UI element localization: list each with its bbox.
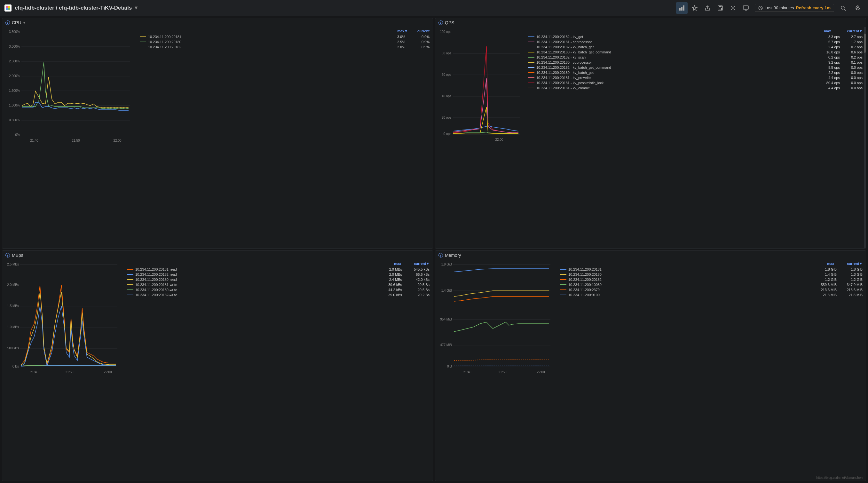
svg-text:0.500%: 0.500% <box>9 118 20 122</box>
memory-legend-label-4: 10.234.11.200:2379 <box>568 288 811 292</box>
qps-legend-current-4: 0.2 ops <box>842 55 863 59</box>
svg-text:500 kBs: 500 kBs <box>7 346 19 350</box>
qps-legend-item-3: 10.234.11.200:20180 - kv_batch_get_comma… <box>528 50 863 55</box>
svg-text:100 ops: 100 ops <box>440 30 451 34</box>
cpu-legend: max▼ current 10.234.11.200:20181 3.0% 0.… <box>136 27 433 248</box>
qps-legend-label-6: 10.234.11.200:20182 - kv_batch_get_comma… <box>536 66 817 69</box>
svg-point-15 <box>841 6 844 9</box>
memory-legend-label-0: 10.234.11.200:20181 <box>568 267 811 271</box>
refresh-icon-btn[interactable] <box>852 2 864 14</box>
svg-rect-11 <box>719 8 721 9</box>
mbps-chart: 2.5 MBs 2.0 MBs 1.5 MBs 1.0 MBs 500 kBs … <box>2 260 124 378</box>
qps-legend-color-0 <box>528 36 534 37</box>
memory-legend-color-2 <box>560 279 566 280</box>
time-range-picker[interactable]: Last 30 minutes Refresh every 1m <box>755 4 834 12</box>
svg-text:60 ops: 60 ops <box>442 73 451 77</box>
search-icon <box>840 5 846 11</box>
mbps-legend-max-1: 2.0 MBs <box>380 273 402 276</box>
memory-legend-item-5: 10.234.11.200:9100 21.8 MiB 21.8 MiB <box>560 292 863 298</box>
svg-text:1.5 MBs: 1.5 MBs <box>7 304 19 308</box>
share-icon-btn[interactable] <box>702 2 713 14</box>
qps-legend-color-9 <box>528 83 534 83</box>
qps-legend-label-10: 10.234.11.200:20181 - kv_commit <box>536 86 817 90</box>
memory-legend: max current▼ 10.234.11.200:20181 1.8 GiB… <box>557 260 866 481</box>
qps-legend-max-8: 4.4 ops <box>819 76 840 80</box>
svg-text:2.500%: 2.500% <box>9 60 20 63</box>
cpu-legend-item-2: 10.234.11.200:20182 2.0% 0.9% <box>140 44 430 50</box>
mbps-panel: i MBps 2.5 MBs 2.0 MBs 1.5 MBs 1.0 MBs 5… <box>2 250 433 481</box>
memory-legend-color-5 <box>560 295 566 295</box>
qps-scrollbar[interactable] <box>864 27 866 248</box>
save-icon-btn[interactable] <box>714 2 726 14</box>
memory-legend-header: max current▼ <box>560 262 863 266</box>
svg-text:0 ops: 0 ops <box>443 132 451 135</box>
cpu-legend-max-2: 2.0% <box>386 45 405 49</box>
svg-rect-2 <box>6 8 8 10</box>
memory-legend-label-3: 10.234.11.200:10080 <box>568 283 811 286</box>
monitor-icon-btn[interactable] <box>740 2 752 14</box>
qps-legend-max-0: 3.3 ops <box>819 35 840 39</box>
qps-legend-color-7 <box>528 72 534 73</box>
memory-legend-current-2: 1.2 GiB <box>839 278 863 281</box>
svg-text:1.4 GiB: 1.4 GiB <box>441 289 452 292</box>
svg-rect-3 <box>8 8 10 10</box>
mbps-legend-max-4: 44.2 kBs <box>380 288 402 292</box>
memory-legend-current-5: 21.8 MiB <box>839 293 863 297</box>
cpu-legend-color-1 <box>140 41 146 42</box>
svg-text:0 Bs: 0 Bs <box>12 365 19 368</box>
memory-info-icon: i <box>438 253 443 258</box>
svg-rect-13 <box>743 6 748 9</box>
memory-legend-current-3: 347.9 MiB <box>839 283 863 286</box>
cpu-legend-label-1: 10.234.11.200:20180 <box>148 40 384 44</box>
mbps-legend-current-0: 545.5 kBs <box>404 267 430 271</box>
qps-current-header: current▼ <box>847 29 863 33</box>
qps-legend-item-8: 10.234.11.200:20181 - kv_prewrite 4.4 op… <box>528 75 863 80</box>
qps-legend-item-2: 10.234.11.200:20182 - kv_batch_get 2.4 o… <box>528 44 863 50</box>
mbps-legend-header: max current▼ <box>127 262 430 266</box>
mbps-legend-label-4: 10.234.11.200:20180-write <box>135 288 378 292</box>
settings-icon-btn[interactable] <box>727 2 739 14</box>
qps-legend-label-9: 10.234.11.200:20181 - kv_pessimistic_loc… <box>536 81 817 85</box>
cpu-panel-title: CPU <box>12 20 22 25</box>
qps-legend-item-0: 10.234.11.200:20182 - kv_get 3.3 ops 2.7… <box>528 34 863 39</box>
qps-chart: 100 ops 80 ops 60 ops 40 ops 20 ops 0 op… <box>435 27 525 146</box>
mbps-legend-max-2: 2.4 MBs <box>380 278 402 281</box>
mbps-legend-item-5: 10.234.11.200:20182-write 39.0 kBs 20.2 … <box>127 292 430 298</box>
memory-legend-max-4: 213.6 MiB <box>813 288 837 292</box>
qps-max-header: max <box>824 29 831 33</box>
qps-legend-label-4: 10.234.11.200:20182 - kv_scan <box>536 55 817 59</box>
cpu-panel-body: 3.500% 3.000% 2.500% 2.000% 1.500% 1.000… <box>2 27 433 248</box>
cpu-legend-header: max▼ current <box>140 29 430 33</box>
memory-legend-label-2: 10.234.11.200:20182 <box>568 278 811 281</box>
mbps-legend-current-2: 42.0 kBs <box>404 278 430 281</box>
qps-legend-max-9: 80.4 ops <box>819 81 840 85</box>
search-icon-btn[interactable] <box>837 2 849 14</box>
qps-legend-current-10: 0.0 ops <box>842 86 863 90</box>
svg-text:22:00: 22:00 <box>495 138 503 141</box>
chart-icon-btn[interactable] <box>676 2 688 14</box>
qps-legend-label-7: 10.234.11.200:20180 - kv_batch_get <box>536 71 817 74</box>
star-icon-btn[interactable] <box>689 2 701 14</box>
svg-text:3.000%: 3.000% <box>9 45 20 48</box>
memory-legend-max-5: 21.8 MiB <box>813 293 837 297</box>
mbps-legend-max-3: 39.6 kBs <box>380 283 402 286</box>
qps-legend-label-8: 10.234.11.200:20181 - kv_prewrite <box>536 76 817 80</box>
cpu-legend-item-1: 10.234.11.200:20180 2.5% 0.9% <box>140 39 430 44</box>
mbps-legend-label-3: 10.234.11.200:20181-write <box>135 283 378 286</box>
cpu-panel: i CPU ▾ 3.500% 3.000% 2.500% 2.000% 1.50… <box>2 18 433 248</box>
cpu-panel-header: i CPU ▾ <box>2 18 433 27</box>
cpu-title-chevron: ▾ <box>23 21 25 25</box>
toolbar-icons <box>676 2 752 14</box>
cpu-legend-current-2: 0.9% <box>407 45 430 49</box>
watermark: https://blog.csdn.net/damanchen <box>816 476 863 480</box>
cpu-current-header: current <box>417 29 430 33</box>
mbps-legend-color-0 <box>127 269 133 270</box>
qps-panel-body: 100 ops 80 ops 60 ops 40 ops 20 ops 0 op… <box>435 27 866 248</box>
cpu-legend-max-1: 2.5% <box>386 40 405 44</box>
time-range-label: Last 30 minutes <box>765 5 794 10</box>
memory-legend-current-4: 213.6 MiB <box>839 288 863 292</box>
svg-text:40 ops: 40 ops <box>442 94 451 98</box>
mbps-legend-color-5 <box>127 295 133 295</box>
qps-scrollbar-thumb[interactable] <box>864 34 866 53</box>
memory-legend-item-4: 10.234.11.200:2379 213.6 MiB 213.6 MiB <box>560 287 863 292</box>
